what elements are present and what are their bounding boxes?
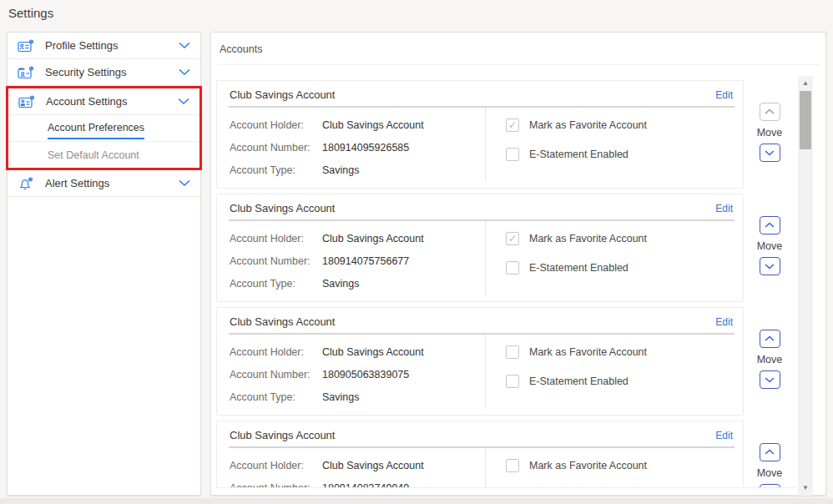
account-holder-label: Account Holder:: [230, 119, 322, 131]
account-type-label: Account Type:: [230, 278, 322, 290]
account-holder-value: Club Savings Account: [322, 119, 424, 131]
sidebar-subitem-set-default-account[interactable]: Set Default Account: [8, 142, 199, 168]
scroll-up-icon[interactable]: ▲: [798, 78, 813, 89]
account-card: Club Savings Account Edit Account Holder…: [216, 80, 744, 189]
edit-link[interactable]: Edit: [715, 89, 733, 101]
move-down-button[interactable]: [760, 144, 780, 162]
account-card-title: Club Savings Account: [230, 315, 335, 328]
chevron-down-icon: [179, 179, 190, 187]
chevron-down-icon: [179, 42, 190, 49]
account-holder-value: Club Savings Account: [322, 233, 424, 244]
favorite-checkbox-label: Mark as Favorite Account: [529, 233, 647, 244]
move-up-button[interactable]: [760, 443, 780, 461]
edit-link[interactable]: Edit: [715, 203, 733, 214]
chevron-down-icon: [179, 68, 190, 76]
estatement-checkbox-label: E-Statement Enabled: [529, 375, 629, 387]
move-down-button[interactable]: [760, 257, 780, 275]
move-controls: Move: [744, 194, 795, 302]
move-down-button[interactable]: [760, 484, 780, 488]
page-title: Settings: [8, 6, 53, 20]
move-down-button[interactable]: [760, 370, 780, 389]
account-type-label: Account Type:: [230, 164, 322, 176]
favorite-checkbox[interactable]: ✓: [506, 232, 519, 245]
account-settings-highlight-box: Account Settings Account Preferences Set…: [6, 86, 202, 170]
account-number-label: Account Number:: [230, 142, 322, 154]
account-number-label: Account Number:: [230, 482, 322, 489]
bell-gear-icon: [18, 177, 34, 190]
scrollbar-thumb[interactable]: [800, 91, 811, 149]
move-controls: Move: [744, 307, 795, 416]
vertical-scrollbar[interactable]: ▲ ▼: [798, 76, 813, 496]
move-up-button[interactable]: [760, 330, 780, 348]
account-card-row: Club Savings Account Edit Account Holder…: [216, 307, 795, 416]
account-card-row: Club Savings Account Edit Account Holder…: [216, 80, 795, 189]
sidebar-item-label: Account Settings: [46, 95, 178, 108]
checkmark-icon: ✓: [508, 234, 517, 244]
account-card-row: Club Savings Account Edit Account Holder…: [216, 421, 795, 488]
account-holder-label: Account Holder:: [230, 346, 322, 358]
account-type-value: Savings: [322, 278, 359, 290]
sidebar-item-label: Profile Settings: [45, 39, 179, 52]
favorite-checkbox-label: Mark as Favorite Account: [529, 346, 647, 358]
account-card-title: Club Savings Account: [230, 429, 335, 441]
security-card-gear-icon: [18, 66, 34, 79]
favorite-checkbox-label: Mark as Favorite Account: [529, 460, 647, 471]
favorite-checkbox[interactable]: ✓: [506, 459, 519, 472]
chevron-down-icon: [178, 98, 189, 105]
account-card-gear-icon: [18, 95, 35, 108]
profile-card-gear-icon: [18, 39, 34, 53]
checkmark-icon: ✓: [508, 120, 517, 130]
move-up-button[interactable]: [760, 216, 780, 234]
account-card-row: Club Savings Account Edit Account Holder…: [216, 194, 795, 302]
account-number-value: 180914095926585: [322, 142, 409, 154]
sidebar-subitem-label: Account Preferences: [48, 122, 144, 139]
estatement-checkbox[interactable]: ✓: [506, 375, 519, 388]
estatement-checkbox-label: E-Statement Enabled: [529, 149, 629, 160]
edit-link[interactable]: Edit: [715, 316, 733, 328]
sidebar-subitem-account-preferences[interactable]: Account Preferences: [8, 115, 199, 142]
sidebar-item-account-settings[interactable]: Account Settings: [8, 88, 199, 115]
account-holder-value: Club Savings Account: [322, 460, 424, 471]
favorite-checkbox[interactable]: ✓: [506, 345, 519, 359]
accounts-panel: Accounts Club Savings Account Edit Accou…: [210, 32, 826, 496]
account-card-title: Club Savings Account: [230, 88, 335, 101]
sidebar-item-label: Alert Settings: [45, 177, 179, 189]
sidebar-item-security-settings[interactable]: Security Settings: [8, 59, 200, 86]
estatement-checkbox[interactable]: ✓: [506, 261, 519, 275]
account-type-label: Account Type:: [230, 391, 322, 403]
move-label: Move: [757, 240, 783, 252]
move-label: Move: [757, 127, 783, 139]
account-number-label: Account Number:: [230, 255, 322, 267]
sidebar-item-profile-settings[interactable]: Profile Settings: [8, 33, 200, 59]
account-card: Club Savings Account Edit Account Holder…: [216, 194, 744, 302]
favorite-checkbox-label: Mark as Favorite Account: [529, 119, 647, 131]
account-card-title: Club Savings Account: [230, 202, 335, 214]
account-card: Club Savings Account Edit Account Holder…: [216, 421, 744, 488]
account-number-value: 180905063839075: [322, 369, 409, 381]
account-number-label: Account Number:: [230, 369, 322, 381]
move-label: Move: [757, 467, 783, 479]
move-label: Move: [757, 354, 783, 365]
account-holder-label: Account Holder:: [230, 233, 322, 244]
estatement-checkbox-label: E-Statement Enabled: [529, 262, 629, 274]
account-number-value: 180914075756677: [322, 255, 409, 267]
account-type-value: Savings: [322, 164, 359, 176]
move-up-button[interactable]: [760, 103, 780, 121]
scroll-down-icon[interactable]: ▼: [798, 482, 813, 494]
favorite-checkbox[interactable]: ✓: [506, 118, 519, 132]
account-type-value: Savings: [322, 391, 359, 403]
move-controls: Move: [744, 80, 795, 189]
account-holder-value: Club Savings Account: [322, 346, 424, 358]
account-holder-label: Account Holder:: [230, 460, 322, 471]
accounts-section-header: Accounts: [218, 33, 819, 65]
account-card-list: Club Savings Account Edit Account Holder…: [216, 76, 795, 488]
sidebar-item-label: Security Settings: [45, 66, 179, 78]
edit-link[interactable]: Edit: [715, 430, 733, 441]
settings-sidebar: Profile Settings Security Settings: [7, 32, 201, 496]
account-card: Club Savings Account Edit Account Holder…: [216, 307, 744, 416]
sidebar-subitem-label: Set Default Account: [48, 149, 139, 161]
page-bottom-strip: [0, 498, 833, 504]
estatement-checkbox[interactable]: ✓: [506, 148, 519, 161]
sidebar-item-alert-settings[interactable]: Alert Settings: [8, 170, 200, 197]
account-number-value: 180914083749949: [322, 482, 409, 489]
